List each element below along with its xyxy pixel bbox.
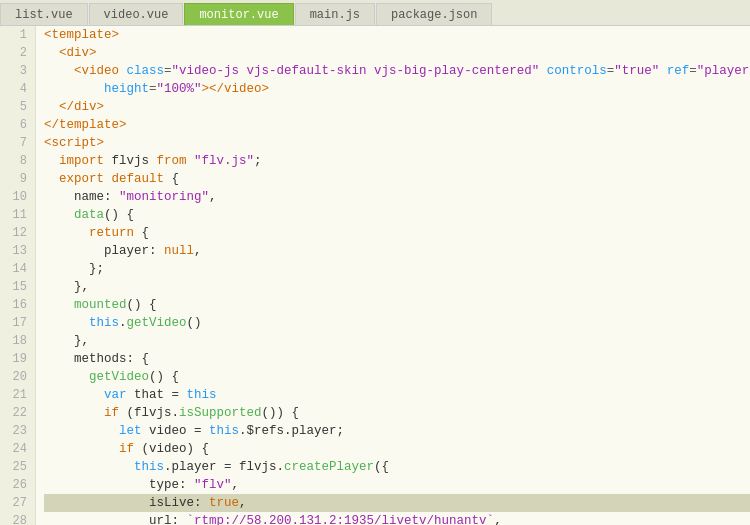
code-line: methods: { (44, 350, 750, 368)
code-line: name: "monitoring", (44, 188, 750, 206)
code-line: this.getVideo() (44, 314, 750, 332)
code-line: </div> (44, 98, 750, 116)
tab-main-js[interactable]: main.js (295, 3, 375, 25)
code-line: <div> (44, 44, 750, 62)
code-line: export default { (44, 170, 750, 188)
code-content: <template> <div> <video class="video-js … (36, 26, 750, 525)
code-line: <script> (44, 134, 750, 152)
code-area: 1 2 3 4 5 6 7 8 9 10 11 12 13 14 15 16 1… (0, 26, 750, 525)
code-line: url: `rtmp://58.200.131.2:1935/livetv/hu… (44, 512, 750, 525)
code-line: height="100%"></video> (44, 80, 750, 98)
code-line: return { (44, 224, 750, 242)
code-line: }; (44, 260, 750, 278)
code-line-highlighted: isLive: true, (44, 494, 750, 512)
code-line: player: null, (44, 242, 750, 260)
tab-list-vue[interactable]: list.vue (0, 3, 88, 25)
code-line: var that = this (44, 386, 750, 404)
code-line: getVideo() { (44, 368, 750, 386)
code-line: </template> (44, 116, 750, 134)
code-line: <template> (44, 26, 750, 44)
tab-package-json[interactable]: package.json (376, 3, 492, 25)
code-line: <video class="video-js vjs-default-skin … (44, 62, 750, 80)
code-line: data() { (44, 206, 750, 224)
code-line: type: "flv", (44, 476, 750, 494)
code-line: this.player = flvjs.createPlayer({ (44, 458, 750, 476)
tab-video-vue[interactable]: video.vue (89, 3, 184, 25)
code-line: if (video) { (44, 440, 750, 458)
code-line: }, (44, 332, 750, 350)
code-line: let video = this.$refs.player; (44, 422, 750, 440)
code-line: if (flvjs.isSupported()) { (44, 404, 750, 422)
line-numbers: 1 2 3 4 5 6 7 8 9 10 11 12 13 14 15 16 1… (0, 26, 36, 525)
tab-monitor-vue[interactable]: monitor.vue (184, 3, 293, 25)
tab-bar: list.vue video.vue monitor.vue main.js p… (0, 0, 750, 26)
code-line: import flvjs from "flv.js"; (44, 152, 750, 170)
code-line: }, (44, 278, 750, 296)
code-line: mounted() { (44, 296, 750, 314)
